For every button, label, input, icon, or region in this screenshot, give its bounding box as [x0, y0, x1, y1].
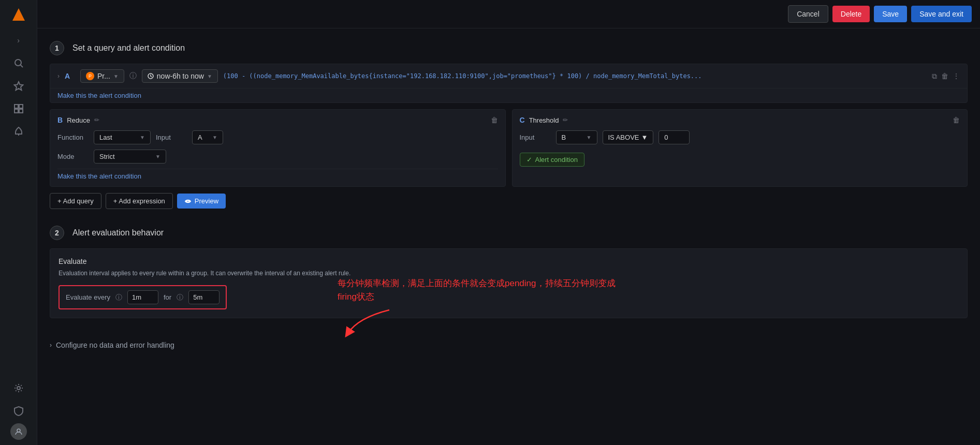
block-b-function-row: Function Last ▼ Input A ▼ [57, 130, 498, 144]
alert-condition-badge: ✓ Alert condition [520, 153, 584, 167]
input-label-b: Input [156, 134, 187, 141]
section-1-title: Set a query and alert condition [72, 43, 185, 53]
operator-arrow-icon: ▼ [641, 134, 648, 141]
make-alert-condition-link-b[interactable]: Make this the alert condition [57, 169, 498, 180]
svg-point-13 [187, 200, 189, 202]
mode-value: Strict [99, 153, 115, 160]
datasource-arrow-icon: ▼ [113, 73, 119, 79]
input-b-arrow-icon: ▼ [212, 135, 217, 140]
search-nav-icon[interactable] [8, 53, 29, 73]
time-range-selector[interactable]: now-6h to now ▼ [142, 69, 218, 83]
block-b-edit-icon[interactable]: ✏ [94, 116, 99, 124]
query-expression: (100 - ((node_memory_MemAvailable_bytes{… [223, 72, 927, 80]
eval-every-info-icon[interactable]: ⓘ [115, 293, 122, 302]
block-b: B Reduce ✏ 🗑 Function Last ▼ Input [50, 109, 506, 187]
input-c-arrow-icon: ▼ [587, 135, 592, 140]
evaluate-title: Evaluate [58, 257, 959, 265]
evaluate-desc: Evaluation interval applies to every rul… [58, 269, 959, 278]
preview-label: Preview [195, 197, 218, 205]
action-row: + Add query + Add expression Preview [50, 193, 968, 209]
evaluate-for-input[interactable] [188, 290, 220, 304]
save-exit-button[interactable]: Save and exit [911, 6, 972, 22]
block-b-trash-icon[interactable]: 🗑 [491, 116, 498, 124]
query-a-row: › A P Pr... ▼ ⓘ now-6h to now ▼ [50, 64, 967, 88]
input-label-c: Input [520, 134, 551, 141]
eval-for-info-icon[interactable]: ⓘ [177, 293, 183, 302]
topbar: Cancel Delete Save Save and exit [37, 0, 980, 28]
operator-value: IS ABOVE [608, 134, 639, 141]
query-a-label: A [65, 72, 75, 80]
add-expression-button[interactable]: + Add expression [106, 193, 173, 209]
svg-rect-5 [19, 105, 23, 108]
app-logo[interactable] [8, 4, 29, 25]
input-value-c: B [562, 134, 566, 141]
user-avatar[interactable] [10, 423, 27, 440]
for-label: for [164, 293, 171, 301]
more-icon[interactable]: ⋮ [953, 72, 960, 80]
save-button[interactable]: Save [874, 6, 907, 22]
time-range-value: now-6h to now [157, 72, 204, 80]
svg-rect-7 [19, 109, 23, 113]
sidebar-toggle[interactable]: › [11, 33, 26, 48]
function-select[interactable]: Last ▼ [94, 130, 151, 144]
svg-rect-6 [14, 109, 18, 113]
settings-nav-icon[interactable] [8, 378, 29, 398]
block-c-trash-icon[interactable]: 🗑 [953, 116, 960, 124]
evaluate-every-label: Evaluate every [66, 293, 110, 301]
block-c-edit-icon[interactable]: ✏ [563, 116, 568, 124]
delete-button[interactable]: Delete [832, 6, 870, 22]
query-a-block: › A P Pr... ▼ ⓘ now-6h to now ▼ [50, 64, 968, 103]
block-c-type: Threshold [529, 116, 559, 124]
block-c-input-row: Input B ▼ IS ABOVE ▼ [520, 130, 960, 144]
block-b-label: B [57, 116, 63, 124]
input-select-c[interactable]: B ▼ [556, 130, 597, 144]
datasource-icon: P [86, 72, 94, 80]
query-actions: ⧉ 🗑 ⋮ [932, 72, 960, 81]
sidebar: › [0, 0, 37, 445]
block-b-mode-row: Mode Strict ▼ [57, 150, 498, 164]
check-icon: ✓ [526, 156, 532, 164]
threshold-value-input[interactable] [659, 130, 690, 144]
make-alert-condition-link-a[interactable]: Make this the alert condition [50, 88, 967, 102]
configure-row[interactable]: › Configure no data and error handling [50, 335, 968, 355]
preview-button[interactable]: Preview [177, 194, 226, 209]
query-info-icon[interactable]: ⓘ [129, 71, 137, 81]
expand-icon[interactable]: › [57, 72, 60, 80]
mode-select[interactable]: Strict ▼ [94, 150, 166, 164]
add-query-button[interactable]: + Add query [50, 193, 101, 209]
configure-label: Configure no data and error handling [56, 341, 174, 349]
datasource-selector[interactable]: P Pr... ▼ [80, 69, 124, 83]
block-b-header: B Reduce ✏ 🗑 [57, 116, 498, 124]
svg-point-10 [17, 387, 20, 390]
operator-select[interactable]: IS ABOVE ▼ [603, 130, 654, 144]
block-c-label: C [520, 116, 525, 124]
main-content: Cancel Delete Save Save and exit 1 Set a… [37, 0, 980, 445]
block-b-type: Reduce [67, 116, 90, 124]
function-value: Last [99, 134, 112, 141]
svg-point-1 [15, 60, 21, 66]
cancel-button[interactable]: Cancel [788, 5, 828, 23]
function-label: Function [57, 134, 89, 141]
mode-arrow-icon: ▼ [155, 154, 160, 159]
time-range-arrow-icon: ▼ [207, 73, 212, 79]
evaluate-row: Evaluate every ⓘ for ⓘ [58, 285, 227, 309]
trash-icon[interactable]: 🗑 [941, 72, 948, 80]
input-select-b[interactable]: A ▼ [192, 130, 223, 144]
section-1-header: 1 Set a query and alert condition [50, 41, 968, 55]
configure-chevron-icon: › [50, 342, 52, 349]
alerts-nav-icon[interactable] [8, 121, 29, 142]
starred-nav-icon[interactable] [8, 76, 29, 96]
eval-section: Evaluate Evaluation interval applies to … [50, 248, 968, 318]
content-wrapper: 1 Set a query and alert condition › A P … [37, 28, 980, 445]
section-1-number: 1 [50, 41, 64, 55]
section-2-number: 2 [50, 226, 64, 240]
evaluate-every-input[interactable] [127, 290, 158, 304]
datasource-name: Pr... [97, 72, 110, 80]
copy-icon[interactable]: ⧉ [932, 72, 937, 81]
shield-nav-icon[interactable] [8, 400, 29, 421]
expression-blocks-row: B Reduce ✏ 🗑 Function Last ▼ Input [50, 109, 968, 187]
section-2: 2 Alert evaluation behavior Evaluate Eva… [50, 226, 968, 318]
dashboards-nav-icon[interactable] [8, 98, 29, 119]
section-1: 1 Set a query and alert condition › A P … [50, 41, 968, 209]
alert-condition-area: ✓ Alert condition [520, 153, 960, 167]
